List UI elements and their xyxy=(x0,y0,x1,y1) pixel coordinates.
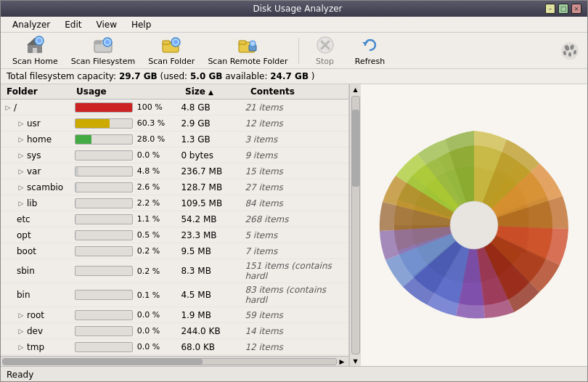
table-row[interactable]: ▷sys0.0 %0 bytes9 items xyxy=(1,147,348,163)
expand-button[interactable]: ▷ xyxy=(17,199,25,208)
menu-edit[interactable]: Edit xyxy=(59,18,87,31)
stop-icon xyxy=(315,35,335,55)
contents-cell: 268 items xyxy=(242,214,348,224)
usage-bar-background xyxy=(75,118,133,129)
svg-rect-6 xyxy=(94,41,102,44)
vertical-scrollbar[interactable]: ▲ ▼ xyxy=(349,84,361,366)
table-row[interactable]: boot0.2 %9.5 MB7 items xyxy=(1,243,348,259)
usage-bar-fill xyxy=(75,167,78,176)
table-row[interactable]: ▷scambio2.6 %128.7 MB27 items xyxy=(1,179,348,195)
usage-percent: 0.0 % xyxy=(137,150,163,160)
usage-bar-fill xyxy=(75,183,77,192)
usage-bar-background xyxy=(75,150,133,160)
folder-label: home xyxy=(27,134,52,145)
expand-button[interactable]: ▷ xyxy=(17,135,25,144)
table-row[interactable]: bin0.1 %4.5 MB83 items (contains hardl xyxy=(1,283,348,307)
window-title: Disk Usage Analyzer xyxy=(50,4,545,14)
hscroll-thumb[interactable] xyxy=(3,359,203,365)
expand-button[interactable]: ▷ xyxy=(4,103,12,112)
svg-rect-10 xyxy=(163,41,170,44)
expand-button[interactable]: ▷ xyxy=(17,327,25,336)
scan-folder-button[interactable]: Scan Folder xyxy=(142,32,200,69)
contents-cell: 12 items xyxy=(242,118,348,129)
expand-button[interactable]: ▷ xyxy=(17,167,25,176)
table-row[interactable]: ▷lib2.2 %109.5 MB84 items xyxy=(1,195,348,211)
table-row[interactable]: ▷/100 %4.8 GB21 items xyxy=(1,99,348,115)
stop-button[interactable]: Stop xyxy=(303,32,347,69)
hscroll-track[interactable] xyxy=(2,358,337,365)
scan-home-icon xyxy=(25,35,45,55)
contents-cell: 151 items (contains hardl xyxy=(242,261,348,281)
table-row[interactable]: ▷var4.8 %236.7 MB15 items xyxy=(1,163,348,179)
usage-bar-fill xyxy=(75,103,132,112)
table-row[interactable]: sbin0.2 %8.3 MB151 items (contains hardl xyxy=(1,259,348,283)
expand-button[interactable]: ▷ xyxy=(17,151,25,160)
menu-view[interactable]: View xyxy=(90,18,122,31)
maximize-button[interactable]: □ xyxy=(558,4,568,14)
scan-remote-button[interactable]: Scan Remote Folder xyxy=(202,32,293,69)
size-cell: 68.0 KB xyxy=(178,342,242,352)
size-cell: 4.5 MB xyxy=(178,290,242,300)
usage-cell: 0.0 % xyxy=(72,310,179,320)
usage-bar-background xyxy=(75,198,133,208)
expand-button[interactable]: ▷ xyxy=(17,119,25,128)
minimize-button[interactable]: – xyxy=(545,4,555,14)
contents-cell: 14 items xyxy=(242,326,348,336)
table-row[interactable]: ▷tmp0.0 %68.0 KB12 items xyxy=(1,339,348,355)
horizontal-scrollbar[interactable]: ▶ xyxy=(1,356,348,366)
table-row[interactable]: ▷home28.0 %1.3 GB3 items xyxy=(1,131,348,147)
folder-name-cell: ▷tmp xyxy=(1,342,72,352)
size-cell: 54.2 MB xyxy=(178,214,242,224)
usage-bar-fill xyxy=(75,199,77,208)
scan-home-button[interactable]: Scan Home xyxy=(7,32,64,69)
table-row[interactable]: ▷root0.0 %1.9 MB59 items xyxy=(1,307,348,323)
usage-percent: 2.6 % xyxy=(137,182,163,192)
scan-folder-icon xyxy=(161,35,181,55)
folder-name-cell: ▷dev xyxy=(1,326,72,336)
usage-bar-background xyxy=(75,310,133,320)
vscroll-down-arrow[interactable]: ▼ xyxy=(351,356,361,366)
close-button[interactable]: × xyxy=(571,4,581,14)
folder-name-cell: ▷root xyxy=(1,310,72,320)
folder-label: sys xyxy=(27,150,41,160)
folder-label: var xyxy=(27,166,41,176)
size-cell: 2.9 GB xyxy=(178,118,242,129)
status-bar: Ready xyxy=(1,366,587,382)
usage-percent: 100 % xyxy=(137,102,163,112)
usage-cell: 0.0 % xyxy=(72,342,179,352)
usage-cell: 60.3 % xyxy=(72,118,179,129)
menu-help[interactable]: Help xyxy=(126,18,157,31)
usage-bar-background xyxy=(75,342,133,352)
size-column-header[interactable]: Size ▲ xyxy=(182,86,248,97)
table-row[interactable]: etc1.1 %54.2 MB268 items xyxy=(1,211,348,227)
vscroll-track[interactable] xyxy=(351,96,360,354)
size-cell: 244.0 KB xyxy=(178,326,242,336)
hscroll-right-arrow[interactable]: ▶ xyxy=(337,357,347,367)
usage-bar-fill xyxy=(75,215,76,224)
scan-filesystem-button[interactable]: Scan Filesystem xyxy=(65,32,141,69)
usage-percent: 0.2 % xyxy=(137,267,163,276)
toolbar: Scan Home Scan Filesystem Scan Folder xyxy=(1,33,587,69)
size-cell: 23.3 MB xyxy=(178,230,242,240)
expand-button[interactable]: ▷ xyxy=(17,343,25,351)
usage-percent: 0.5 % xyxy=(137,230,163,240)
expand-button[interactable]: ▷ xyxy=(17,183,25,192)
expand-button[interactable]: ▷ xyxy=(17,311,25,320)
vscroll-thumb[interactable] xyxy=(352,110,359,187)
table-row[interactable]: opt0.5 %23.3 MB5 items xyxy=(1,227,348,243)
main-content: Folder Usage Size ▲ Contents ▷/100 %4.8 … xyxy=(1,84,587,366)
status-info: Total filesystem capacity: 29.7 GB (used… xyxy=(1,69,587,84)
vscroll-up-arrow[interactable]: ▲ xyxy=(351,84,361,94)
refresh-button[interactable]: Refresh xyxy=(348,32,392,69)
status-text: Ready xyxy=(7,370,33,380)
scan-remote-icon xyxy=(237,35,258,55)
scan-home-label: Scan Home xyxy=(12,57,58,66)
usage-bar-background xyxy=(75,134,133,145)
size-cell: 8.3 MB xyxy=(178,266,242,276)
usage-bar-background xyxy=(75,182,133,192)
menu-analyzer[interactable]: Analyzer xyxy=(7,18,56,31)
usage-bar-fill xyxy=(75,231,76,240)
window-controls: – □ × xyxy=(545,4,581,14)
table-row[interactable]: ▷dev0.0 %244.0 KB14 items xyxy=(1,323,348,339)
table-row[interactable]: ▷usr60.3 %2.9 GB12 items xyxy=(1,115,348,131)
